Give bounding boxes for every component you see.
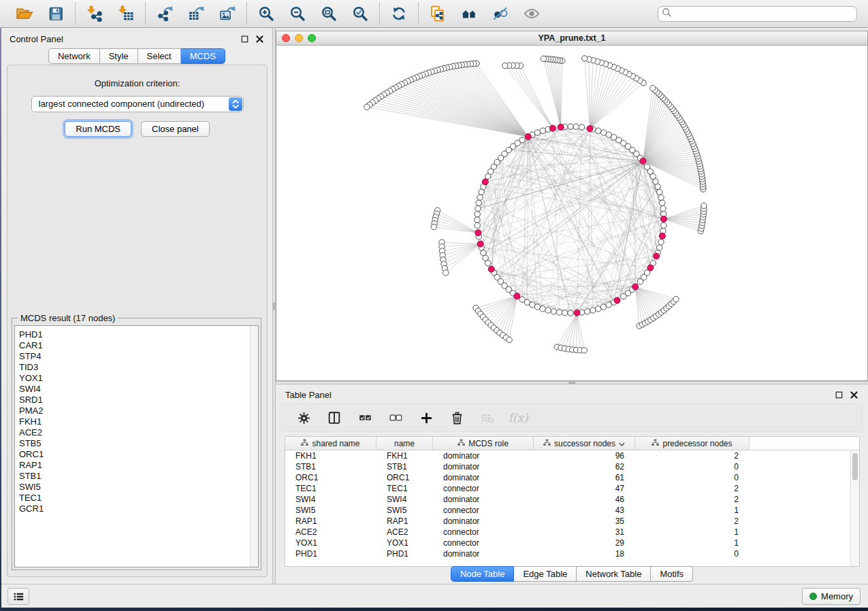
mcds-result-item[interactable]: ORC1 <box>15 449 258 460</box>
float-table-panel-icon[interactable] <box>835 391 843 399</box>
table-row[interactable]: STB1STB1dominator620 <box>285 461 850 472</box>
split-panel-button[interactable] <box>326 410 342 426</box>
save-session-button[interactable] <box>46 3 66 24</box>
cell-successor-nodes: 18 <box>534 549 635 559</box>
cell-predecessor-nodes: 2 <box>635 484 750 493</box>
table-row[interactable]: FKH1FKH1dominator962 <box>285 450 850 461</box>
optimization-criterion-select[interactable]: largest connected component (undirected) <box>31 96 244 112</box>
refresh-button[interactable] <box>389 3 409 24</box>
mcds-result-item[interactable]: STB5 <box>15 438 258 449</box>
tab-select[interactable]: Select <box>138 48 181 64</box>
table-scrollbar[interactable] <box>850 450 859 566</box>
mcds-result-item[interactable]: PHD1 <box>15 329 258 340</box>
search-input[interactable] <box>675 7 853 20</box>
mcds-result-item[interactable]: TID3 <box>15 362 258 373</box>
cell-name: ACE2 <box>376 527 433 537</box>
column-header-successor-nodes[interactable]: successor nodes <box>534 437 635 450</box>
search-box[interactable] <box>658 6 857 22</box>
column-header-predecessor-nodes[interactable]: predecessor nodes <box>635 437 750 450</box>
column-header-shared-name[interactable]: shared name <box>285 437 376 450</box>
tab-edge-table[interactable]: Edge Table <box>514 566 577 582</box>
column-header-name[interactable]: name <box>376 437 433 450</box>
open-session-button[interactable] <box>14 3 35 24</box>
close-table-panel-icon[interactable] <box>850 391 858 399</box>
mcds-result-list[interactable]: PHD1CAR1STP4TID3YOX1SWI4SRD1PMA2FKH1ACE2… <box>14 325 259 567</box>
mcds-result-item[interactable]: PMA2 <box>15 406 258 416</box>
run-mcds-button[interactable]: Run MCDS <box>65 121 131 137</box>
cell-successor-nodes: 43 <box>534 506 635 515</box>
settings-button[interactable] <box>295 410 312 426</box>
cell-mcds-role: connector <box>433 527 534 537</box>
mcds-result-item[interactable]: SWI5 <box>15 482 258 493</box>
close-panel-icon[interactable] <box>255 35 264 44</box>
add-icon <box>419 411 434 425</box>
cell-shared-name: SWI5 <box>285 506 376 515</box>
table-row[interactable]: ORC1ORC1dominator610 <box>285 472 850 483</box>
close-window-icon[interactable] <box>282 34 290 42</box>
column-tree-icon <box>543 439 551 448</box>
cell-mcds-role: dominator <box>433 451 534 461</box>
splitter-handle-icon[interactable] <box>273 303 275 310</box>
mcds-result-item[interactable]: TEC1 <box>15 493 258 503</box>
export-network-button[interactable] <box>155 3 175 24</box>
add-button[interactable] <box>418 410 434 426</box>
mcds-result-item[interactable]: GCR1 <box>15 503 258 514</box>
import-network-button[interactable] <box>84 3 105 24</box>
mcds-result-item[interactable]: YOX1 <box>15 373 258 384</box>
tab-motifs[interactable]: Motifs <box>651 566 693 582</box>
zoom-selected-button[interactable] <box>350 3 370 24</box>
home-button[interactable] <box>459 3 479 24</box>
table-row[interactable]: YOX1YOX1connector291 <box>285 538 850 548</box>
network-from-file-button[interactable] <box>428 3 448 24</box>
mcds-result-item[interactable]: SWI4 <box>15 384 258 395</box>
float-panel-icon[interactable] <box>240 35 249 44</box>
mcds-result-item[interactable]: SRD1 <box>15 395 258 406</box>
zoom-fit-icon <box>320 5 338 22</box>
function-builder-icon: f(x) <box>508 411 528 425</box>
table-row[interactable]: TEC1TEC1connector472 <box>285 483 850 494</box>
tab-node-table[interactable]: Node Table <box>451 566 515 582</box>
mcds-result-item[interactable]: RAP1 <box>15 460 258 471</box>
zoom-out-button[interactable] <box>287 3 308 24</box>
close-panel-button[interactable]: Close panel <box>141 121 210 137</box>
minimize-window-icon[interactable] <box>295 34 303 42</box>
network-canvas[interactable] <box>276 46 867 380</box>
table-row[interactable]: SWI4SWI4dominator462 <box>285 494 850 505</box>
task-history-button[interactable] <box>7 588 29 605</box>
status-bar: Memory <box>1 584 868 608</box>
network-window-titlebar[interactable]: YPA_prune.txt_1 <box>276 31 867 46</box>
table-row[interactable]: SWI5SWI5connector431 <box>285 505 850 516</box>
memory-button[interactable]: Memory <box>802 588 861 605</box>
export-table-button[interactable] <box>186 3 206 24</box>
column-header-mcds-role[interactable]: MCDS role <box>433 437 534 450</box>
table-splitter-handle-icon[interactable] <box>568 382 575 384</box>
unselect-all-icon <box>389 411 403 425</box>
export-image-button[interactable] <box>217 3 238 24</box>
mcds-result-item[interactable]: STB1 <box>15 471 258 482</box>
mcds-result-item[interactable]: FKH1 <box>15 416 258 427</box>
select-all-button[interactable] <box>357 410 373 426</box>
eye-button[interactable] <box>521 3 542 24</box>
table-row[interactable]: PHD1PHD1dominator180 <box>285 548 850 559</box>
table-scrollbar-thumb[interactable] <box>852 453 858 480</box>
import-table-button[interactable] <box>116 3 136 24</box>
mcds-result-item[interactable]: CAR1 <box>15 340 258 351</box>
hide-glasses-button[interactable] <box>490 3 511 24</box>
tab-style[interactable]: Style <box>100 48 138 64</box>
tab-network[interactable]: Network <box>48 48 100 64</box>
unselect-all-button[interactable] <box>387 410 404 426</box>
zoom-in-button[interactable] <box>256 3 276 24</box>
maximize-window-icon[interactable] <box>308 34 316 42</box>
cell-mcds-role: dominator <box>433 473 534 482</box>
cell-shared-name: ORC1 <box>285 473 376 482</box>
mcds-result-item[interactable]: STP4 <box>15 351 258 362</box>
zoom-fit-button[interactable] <box>319 3 339 24</box>
column-label: MCDS role <box>468 439 509 448</box>
mcds-result-item[interactable]: ACE2 <box>15 427 258 438</box>
mcds-list-scrollbar[interactable] <box>250 326 258 567</box>
tab-mcds[interactable]: MCDS <box>181 48 225 64</box>
table-row[interactable]: RAP1RAP1dominator352 <box>285 516 850 527</box>
delete-button[interactable] <box>449 410 465 426</box>
table-row[interactable]: ACE2ACE2connector311 <box>285 527 850 538</box>
tab-network-table[interactable]: Network Table <box>577 566 651 582</box>
